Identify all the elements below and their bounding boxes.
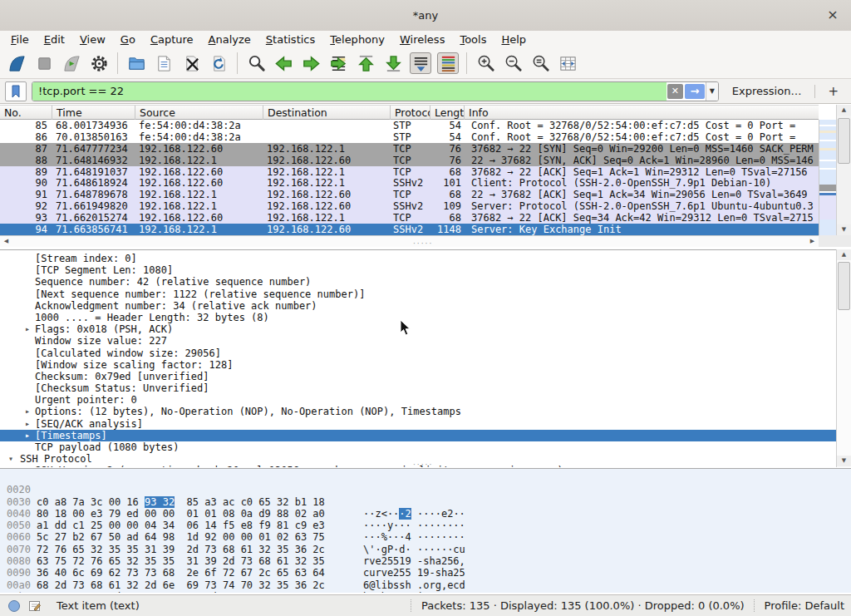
packet-row[interactable]: 94 71.663856741 192.168.122.1 192.168.12… (0, 224, 819, 235)
zoom-reset-icon[interactable] (529, 52, 551, 74)
menu-item[interactable]: Help (494, 31, 534, 48)
start-capture-icon[interactable] (6, 52, 27, 74)
filter-apply-icon[interactable]: → (685, 84, 705, 99)
packet-row[interactable]: 85 68.001734936 fe:54:00:d4:38:2a STP 54… (0, 120, 819, 131)
hex-line[interactable]: 0060 72 76 65 32 35 35 31 39 2d 73 68 61… (0, 520, 851, 531)
reload-file-icon[interactable] (208, 52, 229, 74)
stop-capture-icon[interactable] (33, 52, 55, 74)
hex-line[interactable]: 0080 36 40 6c 69 62 73 73 68 2e 6f 72 67… (0, 544, 851, 555)
packet-list-hscrollbar[interactable]: ◀ ▶ (0, 235, 819, 247)
column-header[interactable]: No. (0, 106, 52, 121)
go-last-icon[interactable] (382, 52, 404, 74)
hex-line[interactable]: 0020 c0 a8 7a 3c 00 16 93 32 85 a3 ac c0… (0, 472, 851, 484)
add-filter-button[interactable]: + (820, 84, 846, 99)
pane-splitter-handle[interactable]: ····· (413, 241, 433, 246)
go-first-icon[interactable] (355, 52, 376, 74)
intelligent-scrollbar-minimap[interactable] (819, 120, 836, 235)
statusbar-separator[interactable] (411, 599, 412, 612)
column-header[interactable]: Destination (263, 106, 391, 121)
scrollbar-thumb[interactable] (838, 118, 850, 164)
pane-splitter-handle[interactable]: ····· (413, 462, 433, 467)
scroll-right-icon[interactable]: ▶ (807, 236, 818, 247)
detail-line[interactable]: TCP payload (1080 bytes) (0, 441, 838, 453)
window-close-icon[interactable]: × (824, 7, 841, 23)
menu-item[interactable]: Statistics (258, 31, 322, 48)
packet-row[interactable]: 90 71.648618924 192.168.122.60 192.168.1… (0, 177, 819, 189)
scrollbar-thumb[interactable] (838, 262, 850, 310)
expander-icon[interactable]: ▸ (25, 323, 30, 335)
expert-info-icon[interactable] (7, 599, 21, 613)
detail-line[interactable]: ▸ Flags: 0x018 (PSH, ACK) (0, 323, 838, 335)
detail-line[interactable]: [Checksum Status: Unverified] (0, 382, 838, 394)
resize-columns-icon[interactable] (557, 52, 578, 74)
detail-line[interactable]: Acknowledgment number: 34 (relative ack … (0, 300, 838, 312)
hex-line[interactable]: 00b0 38 34 2c 65 63 64 68 2d 73 68 61 32… (0, 579, 851, 591)
expander-icon[interactable]: ▸ (25, 430, 30, 441)
column-header[interactable]: Length (430, 106, 465, 121)
detail-line[interactable]: Checksum: 0x79ed [unverified] (0, 371, 838, 382)
filter-clear-icon[interactable]: ✕ (667, 84, 683, 99)
packet-list-vscrollbar[interactable]: ▲ ▼ (836, 105, 851, 235)
hex-line[interactable]: 00a0 65 63 64 68 2d 73 68 61 32 2d 6e 69… (0, 567, 851, 579)
expander-icon[interactable]: ▸ (25, 465, 30, 467)
menu-item[interactable]: Telephony (322, 31, 392, 48)
menu-item[interactable]: Edit (37, 31, 72, 48)
detail-line[interactable]: [Window size scaling factor: 128] (0, 359, 838, 371)
bookmark-icon[interactable] (5, 81, 27, 101)
restart-capture-icon[interactable] (61, 52, 82, 74)
menu-item[interactable]: Capture (143, 31, 201, 48)
save-file-icon[interactable] (153, 52, 175, 74)
go-to-packet-icon[interactable] (327, 52, 349, 74)
packet-row[interactable]: 93 71.662015274 192.168.122.60 192.168.1… (0, 212, 819, 224)
filter-dropdown-icon[interactable]: ▼ (706, 82, 718, 101)
detail-line[interactable]: ▸ Options: (12 bytes), No-Operation (NOP… (0, 406, 838, 417)
expander-icon[interactable]: ▾ (8, 453, 13, 465)
scroll-up-icon[interactable]: ▲ (837, 249, 851, 260)
column-header[interactable]: Time (52, 106, 135, 121)
packet-row[interactable]: 88 71.648146932 192.168.122.1 192.168.12… (0, 155, 819, 166)
packet-row[interactable]: 87 71.647777234 192.168.122.60 192.168.1… (0, 143, 819, 155)
detail-line[interactable]: [TCP Segment Len: 1080] (0, 264, 838, 276)
detail-line[interactable]: Window size value: 227 (0, 335, 838, 347)
close-file-icon[interactable] (180, 52, 202, 74)
hex-line[interactable]: 0050 5c 27 b2 67 50 ad 64 98 1d 92 00 00… (0, 508, 851, 520)
column-header[interactable]: Info (465, 106, 819, 121)
packet-row[interactable]: 91 71.648789678 192.168.122.1 192.168.12… (0, 189, 819, 200)
column-header[interactable]: Protocol (391, 106, 430, 121)
detail-line[interactable]: [Stream index: 0] (0, 253, 838, 264)
scroll-down-icon[interactable]: ▼ (837, 456, 851, 466)
hex-line[interactable]: 0030 80 18 00 e3 79 ed 00 00 01 01 08 0a… (0, 484, 851, 495)
menu-item[interactable]: Wireless (392, 31, 452, 48)
detail-line[interactable]: 1000 .... = Header Length: 32 bytes (8) (0, 312, 838, 323)
menu-item[interactable]: View (72, 31, 113, 48)
scroll-left-icon[interactable]: ◀ (1, 236, 12, 247)
go-forward-icon[interactable] (300, 52, 322, 74)
find-packet-icon[interactable] (245, 52, 267, 74)
capture-comment-icon[interactable] (28, 599, 42, 613)
packet-row[interactable]: 92 71.661949820 192.168.122.1 192.168.12… (0, 200, 819, 212)
menu-item[interactable]: Go (113, 31, 143, 48)
menu-item[interactable]: Tools (452, 31, 494, 48)
menu-item[interactable]: Analyze (201, 31, 258, 48)
detail-line[interactable]: [Calculated window size: 29056] (0, 347, 838, 359)
scroll-up-icon[interactable]: ▲ (837, 105, 851, 116)
detail-line[interactable]: ▸ [Timestamps] (0, 430, 838, 441)
packet-row[interactable]: 89 71.648191037 192.168.122.60 192.168.1… (0, 166, 819, 178)
hex-line[interactable]: 0070 63 75 72 76 65 32 35 35 31 39 2d 73… (0, 531, 851, 543)
expander-icon[interactable]: ▸ (25, 418, 30, 430)
go-back-icon[interactable] (273, 52, 294, 74)
detail-line[interactable]: ▸ [SEQ/ACK analysis] (0, 418, 838, 430)
detail-line[interactable]: [Next sequence number: 1122 (relative se… (0, 288, 838, 300)
expander-icon[interactable]: ▸ (25, 406, 30, 417)
statusbar-separator[interactable] (754, 599, 755, 612)
auto-scroll-icon[interactable] (410, 52, 431, 74)
scroll-down-icon[interactable]: ▼ (837, 224, 851, 235)
menu-item[interactable]: File (3, 31, 37, 48)
capture-options-icon[interactable] (88, 52, 110, 74)
detail-line[interactable]: Sequence number: 42 (relative sequence n… (0, 276, 838, 288)
detail-line[interactable]: Urgent pointer: 0 (0, 394, 838, 406)
zoom-out-icon[interactable] (502, 52, 524, 74)
detail-pane-vscrollbar[interactable]: ▲ ▼ (836, 249, 851, 467)
packet-row[interactable]: 86 70.013850163 fe:54:00:d4:38:2a STP 54… (0, 131, 819, 143)
title-bar[interactable]: *any × (0, 0, 851, 32)
